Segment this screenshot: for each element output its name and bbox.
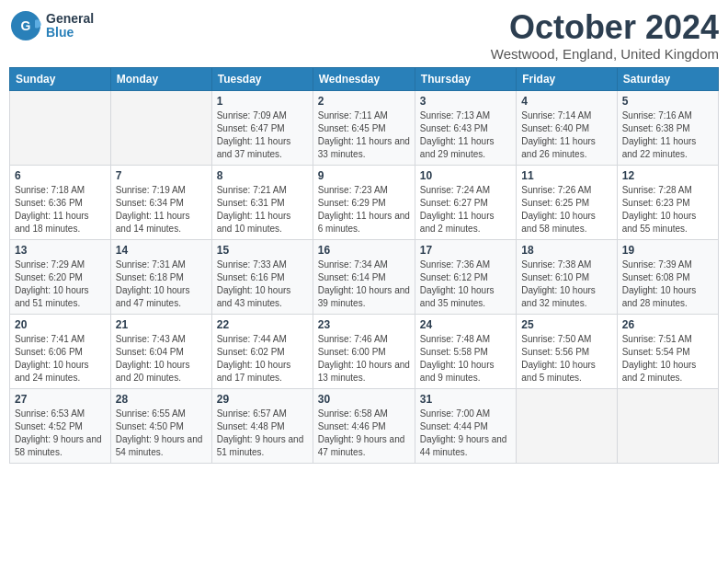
day-number: 27 bbox=[15, 393, 106, 406]
calendar-cell: 28Sunrise: 6:55 AM Sunset: 4:50 PM Dayli… bbox=[110, 388, 211, 463]
calendar-cell: 5Sunrise: 7:16 AM Sunset: 6:38 PM Daylig… bbox=[617, 90, 718, 165]
calendar-cell: 3Sunrise: 7:13 AM Sunset: 6:43 PM Daylig… bbox=[415, 90, 516, 165]
week-row-5: 27Sunrise: 6:53 AM Sunset: 4:52 PM Dayli… bbox=[10, 388, 719, 463]
day-number: 31 bbox=[420, 393, 511, 406]
logo: G General Blue bbox=[9, 9, 94, 42]
calendar-cell: 8Sunrise: 7:21 AM Sunset: 6:31 PM Daylig… bbox=[211, 165, 313, 239]
calendar-cell: 19Sunrise: 7:39 AM Sunset: 6:08 PM Dayli… bbox=[617, 239, 718, 314]
calendar-cell: 10Sunrise: 7:24 AM Sunset: 6:27 PM Dayli… bbox=[415, 165, 516, 239]
day-number: 20 bbox=[15, 318, 106, 331]
day-number: 9 bbox=[318, 169, 410, 182]
calendar-cell: 22Sunrise: 7:44 AM Sunset: 6:02 PM Dayli… bbox=[211, 314, 313, 388]
day-number: 12 bbox=[622, 169, 713, 182]
day-info: Sunrise: 7:13 AM Sunset: 6:43 PM Dayligh… bbox=[420, 109, 511, 161]
day-info: Sunrise: 7:29 AM Sunset: 6:20 PM Dayligh… bbox=[15, 259, 106, 310]
title-block: October 2024 Westwood, England, United K… bbox=[491, 9, 719, 62]
weekday-header-tuesday: Tuesday bbox=[211, 67, 313, 90]
calendar-cell: 24Sunrise: 7:48 AM Sunset: 5:58 PM Dayli… bbox=[415, 314, 516, 388]
day-number: 7 bbox=[116, 169, 207, 182]
calendar-cell: 27Sunrise: 6:53 AM Sunset: 4:52 PM Dayli… bbox=[10, 388, 111, 463]
calendar-cell: 14Sunrise: 7:31 AM Sunset: 6:18 PM Dayli… bbox=[110, 239, 211, 314]
month-title: October 2024 bbox=[491, 9, 719, 46]
day-number: 13 bbox=[15, 244, 106, 257]
calendar-cell: 23Sunrise: 7:46 AM Sunset: 6:00 PM Dayli… bbox=[313, 314, 415, 388]
day-number: 25 bbox=[521, 318, 611, 331]
day-number: 24 bbox=[420, 318, 511, 331]
calendar-cell: 16Sunrise: 7:34 AM Sunset: 6:14 PM Dayli… bbox=[313, 239, 415, 314]
day-number: 29 bbox=[217, 393, 308, 406]
weekday-header-row: SundayMondayTuesdayWednesdayThursdayFrid… bbox=[10, 67, 719, 90]
day-number: 11 bbox=[521, 169, 611, 182]
day-info: Sunrise: 7:14 AM Sunset: 6:40 PM Dayligh… bbox=[521, 109, 611, 161]
weekday-header-sunday: Sunday bbox=[10, 67, 111, 90]
calendar-cell bbox=[517, 388, 617, 463]
day-info: Sunrise: 7:51 AM Sunset: 5:54 PM Dayligh… bbox=[622, 333, 713, 385]
day-number: 8 bbox=[217, 169, 308, 182]
day-number: 5 bbox=[622, 95, 713, 108]
day-info: Sunrise: 7:41 AM Sunset: 6:06 PM Dayligh… bbox=[15, 333, 106, 385]
day-number: 17 bbox=[420, 244, 511, 257]
calendar-cell: 6Sunrise: 7:18 AM Sunset: 6:36 PM Daylig… bbox=[10, 165, 111, 239]
day-info: Sunrise: 7:23 AM Sunset: 6:29 PM Dayligh… bbox=[318, 184, 410, 236]
day-info: Sunrise: 7:28 AM Sunset: 6:23 PM Dayligh… bbox=[622, 184, 713, 236]
day-number: 3 bbox=[420, 95, 511, 108]
calendar-cell bbox=[617, 388, 718, 463]
day-info: Sunrise: 7:39 AM Sunset: 6:08 PM Dayligh… bbox=[622, 259, 713, 310]
week-row-3: 13Sunrise: 7:29 AM Sunset: 6:20 PM Dayli… bbox=[10, 239, 719, 314]
weekday-header-monday: Monday bbox=[110, 67, 211, 90]
day-number: 1 bbox=[217, 95, 308, 108]
day-info: Sunrise: 7:50 AM Sunset: 5:56 PM Dayligh… bbox=[521, 333, 611, 385]
page-header: G General Blue October 2024 Westwood, En… bbox=[9, 9, 719, 62]
day-info: Sunrise: 6:57 AM Sunset: 4:48 PM Dayligh… bbox=[217, 408, 308, 459]
calendar-cell: 2Sunrise: 7:11 AM Sunset: 6:45 PM Daylig… bbox=[313, 90, 415, 165]
day-info: Sunrise: 7:19 AM Sunset: 6:34 PM Dayligh… bbox=[116, 184, 207, 236]
calendar-cell: 12Sunrise: 7:28 AM Sunset: 6:23 PM Dayli… bbox=[617, 165, 718, 239]
calendar-cell bbox=[10, 90, 111, 165]
calendar-cell: 17Sunrise: 7:36 AM Sunset: 6:12 PM Dayli… bbox=[415, 239, 516, 314]
calendar-cell: 30Sunrise: 6:58 AM Sunset: 4:46 PM Dayli… bbox=[313, 388, 415, 463]
day-number: 23 bbox=[318, 318, 410, 331]
calendar-cell: 15Sunrise: 7:33 AM Sunset: 6:16 PM Dayli… bbox=[211, 239, 313, 314]
calendar-cell bbox=[110, 90, 211, 165]
day-info: Sunrise: 7:43 AM Sunset: 6:04 PM Dayligh… bbox=[116, 333, 207, 385]
day-info: Sunrise: 7:33 AM Sunset: 6:16 PM Dayligh… bbox=[217, 259, 308, 310]
day-number: 6 bbox=[15, 169, 106, 182]
calendar-cell: 9Sunrise: 7:23 AM Sunset: 6:29 PM Daylig… bbox=[313, 165, 415, 239]
day-number: 10 bbox=[420, 169, 511, 182]
day-number: 28 bbox=[116, 393, 207, 406]
day-number: 15 bbox=[217, 244, 308, 257]
calendar-table: SundayMondayTuesdayWednesdayThursdayFrid… bbox=[9, 67, 719, 464]
svg-text:G: G bbox=[21, 18, 31, 33]
day-info: Sunrise: 7:38 AM Sunset: 6:10 PM Dayligh… bbox=[521, 259, 611, 310]
calendar-cell: 20Sunrise: 7:41 AM Sunset: 6:06 PM Dayli… bbox=[10, 314, 111, 388]
day-info: Sunrise: 7:31 AM Sunset: 6:18 PM Dayligh… bbox=[116, 259, 207, 310]
calendar-cell: 21Sunrise: 7:43 AM Sunset: 6:04 PM Dayli… bbox=[110, 314, 211, 388]
calendar-cell: 7Sunrise: 7:19 AM Sunset: 6:34 PM Daylig… bbox=[110, 165, 211, 239]
day-info: Sunrise: 7:09 AM Sunset: 6:47 PM Dayligh… bbox=[217, 109, 308, 161]
day-info: Sunrise: 7:11 AM Sunset: 6:45 PM Dayligh… bbox=[318, 109, 410, 161]
calendar-cell: 31Sunrise: 7:00 AM Sunset: 4:44 PM Dayli… bbox=[415, 388, 516, 463]
day-info: Sunrise: 7:44 AM Sunset: 6:02 PM Dayligh… bbox=[217, 333, 308, 385]
calendar-cell: 11Sunrise: 7:26 AM Sunset: 6:25 PM Dayli… bbox=[517, 165, 617, 239]
day-number: 19 bbox=[622, 244, 713, 257]
day-info: Sunrise: 6:55 AM Sunset: 4:50 PM Dayligh… bbox=[116, 408, 207, 459]
week-row-4: 20Sunrise: 7:41 AM Sunset: 6:06 PM Dayli… bbox=[10, 314, 719, 388]
day-number: 30 bbox=[318, 393, 410, 406]
day-info: Sunrise: 7:16 AM Sunset: 6:38 PM Dayligh… bbox=[622, 109, 713, 161]
day-info: Sunrise: 7:36 AM Sunset: 6:12 PM Dayligh… bbox=[420, 259, 511, 310]
calendar-cell: 4Sunrise: 7:14 AM Sunset: 6:40 PM Daylig… bbox=[517, 90, 617, 165]
day-number: 26 bbox=[622, 318, 713, 331]
calendar-cell: 29Sunrise: 6:57 AM Sunset: 4:48 PM Dayli… bbox=[211, 388, 313, 463]
weekday-header-thursday: Thursday bbox=[415, 67, 516, 90]
day-info: Sunrise: 7:21 AM Sunset: 6:31 PM Dayligh… bbox=[217, 184, 308, 236]
day-info: Sunrise: 6:53 AM Sunset: 4:52 PM Dayligh… bbox=[15, 408, 106, 459]
day-number: 4 bbox=[521, 95, 611, 108]
week-row-1: 1Sunrise: 7:09 AM Sunset: 6:47 PM Daylig… bbox=[10, 90, 719, 165]
calendar-cell: 1Sunrise: 7:09 AM Sunset: 6:47 PM Daylig… bbox=[211, 90, 313, 165]
week-row-2: 6Sunrise: 7:18 AM Sunset: 6:36 PM Daylig… bbox=[10, 165, 719, 239]
day-info: Sunrise: 7:34 AM Sunset: 6:14 PM Dayligh… bbox=[318, 259, 410, 310]
day-number: 22 bbox=[217, 318, 308, 331]
day-info: Sunrise: 7:46 AM Sunset: 6:00 PM Dayligh… bbox=[318, 333, 410, 385]
day-number: 21 bbox=[116, 318, 207, 331]
day-info: Sunrise: 7:48 AM Sunset: 5:58 PM Dayligh… bbox=[420, 333, 511, 385]
